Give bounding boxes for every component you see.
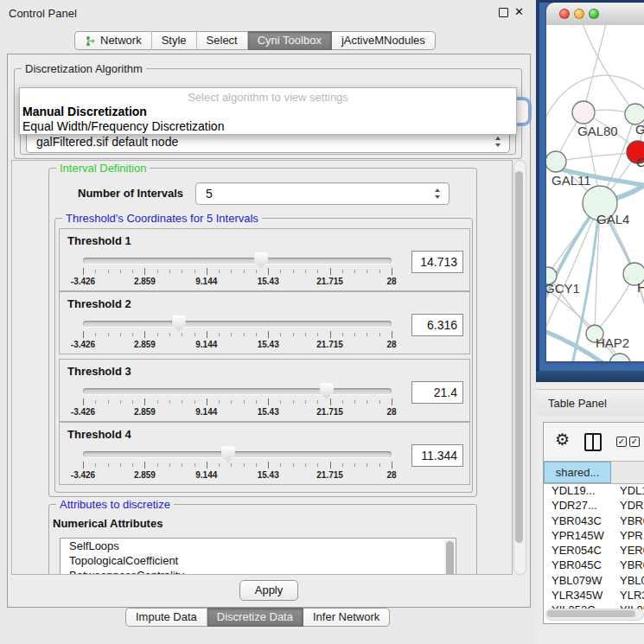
table-row[interactable]: YBL079WYBL07 (544, 573, 644, 588)
threshold-4-value-field[interactable] (411, 444, 463, 467)
threshold-4-panel: Threshold 4 -3.4262.8599.14415.4321.7152… (59, 422, 470, 485)
slider-minor-ticks (83, 400, 392, 404)
node-gal80 (572, 101, 595, 124)
attributes-group: Attributes to discretize Numerical Attri… (48, 504, 477, 575)
table-panel-titlebar: Table Panel (536, 389, 644, 416)
numerical-attributes-list[interactable]: SelfLoops TopologicalCoefficient Between… (60, 538, 456, 575)
control-panel: Control Panel ✕ Network Style Select Cyn… (0, 0, 536, 644)
table-row[interactable]: YDR27...YDR27 (544, 498, 644, 513)
slider-thumb[interactable] (254, 252, 268, 269)
slider-track[interactable] (83, 388, 392, 394)
discretization-algorithm-group-title: Discretization Algorithm (22, 62, 146, 75)
zoom-traffic-light-icon[interactable] (589, 9, 599, 19)
slider-track[interactable] (83, 451, 392, 457)
attributes-group-title: Attributes to discretize (56, 498, 174, 511)
interval-definition-group: Interval Definition Number of Intervals … (48, 168, 477, 497)
threshold-4-slider[interactable]: -3.4262.8599.14415.4321.71528 (83, 445, 392, 481)
table-row[interactable]: YBR045CYBR04 (544, 558, 644, 572)
threshold-1-label: Threshold 1 (67, 234, 131, 247)
node-label-gal4: GAL4 (596, 212, 629, 226)
node-label-gcy1: GCY1 (546, 281, 580, 296)
apply-button[interactable]: Apply (239, 580, 298, 601)
list-item[interactable]: TopologicalCoefficient (61, 553, 456, 568)
node-label-hap2: HAP2 (596, 335, 629, 350)
tab-network-label: Network (100, 32, 142, 49)
close-icon[interactable]: ✕ (514, 5, 524, 18)
node-label-gal80: GAL80 (577, 124, 618, 138)
table-rows: YDL19...YDL19 YDR27...YDR27 YBR043CYBR04… (544, 483, 644, 609)
close-traffic-light-icon[interactable] (559, 9, 570, 19)
top-tab-bar: Network Style Select Cyni Toolbox jActiv… (74, 31, 436, 50)
numerical-attributes-label: Numerical Attributes (53, 517, 163, 530)
slider-thumb[interactable] (221, 446, 235, 462)
mode-tab-bar: Impute Data Discretize Data Infer Networ… (125, 608, 390, 627)
threshold-2-slider[interactable]: -3.4262.8599.14415.4321.71528 (83, 315, 392, 351)
node-table: ⚙ ✓ ✓ shared... na YDL19...YDL19 YDR27..… (543, 422, 644, 624)
number-of-intervals-label: Number of Intervals (78, 187, 183, 200)
table-data-combobox-value: galFiltered.sif default node (36, 135, 178, 149)
slider-thumb[interactable] (320, 383, 334, 399)
table-row[interactable]: YER054CYER05 (544, 543, 644, 558)
table-toolbar: ⚙ ✓ ✓ (544, 423, 644, 461)
dropdown-option-manual-discretization[interactable]: Manual Discretization (22, 105, 147, 118)
node-label-partial-c: C (636, 155, 644, 169)
threshold-1-value-field[interactable] (411, 251, 463, 273)
tab-select[interactable]: Select (197, 31, 248, 50)
network-window-titlebar[interactable] (546, 3, 644, 26)
node-partial-bottom (609, 354, 630, 361)
checkbox-icon[interactable]: ✓ (616, 437, 627, 447)
float-window-icon[interactable] (499, 8, 508, 17)
slider-minor-ticks (83, 463, 392, 467)
threshold-3-value-field[interactable] (411, 381, 463, 404)
tab-network[interactable]: Network (74, 31, 152, 50)
threshold-3-slider[interactable]: -3.4262.8599.14415.4321.71528 (83, 382, 392, 418)
slider-track[interactable] (83, 321, 392, 327)
slider-thumb[interactable] (172, 316, 186, 332)
control-panel-titlebar: Control Panel ✕ (0, 0, 536, 26)
tab-cyni-toolbox[interactable]: Cyni Toolbox (248, 31, 332, 50)
tab-style[interactable]: Style (152, 31, 197, 50)
table-panel: Table Panel ⚙ ✓ ✓ shared... na YDL19...Y… (536, 382, 644, 644)
algorithm-dropdown-popup: Select algorithm to view settings Manual… (19, 87, 517, 135)
slider-minor-ticks (83, 270, 392, 273)
threshold-1-panel: Threshold 1 -3.4262.8599.14415.4321.7152… (59, 228, 470, 291)
minimize-traffic-light-icon[interactable] (574, 9, 584, 19)
table-row[interactable]: YLR345WYLR34 (544, 588, 644, 603)
table-panel-title: Table Panel (548, 397, 607, 410)
column-header-shared-name[interactable]: shared... (544, 462, 611, 483)
combo-arrows-icon (435, 188, 441, 200)
slider-minor-ticks (83, 333, 392, 336)
tab-discretize-data[interactable]: Discretize Data (207, 608, 303, 627)
thresholds-group-title: Threshold's Coordinates for 5 Intervals (62, 212, 262, 225)
slider-track[interactable] (83, 258, 392, 264)
discretization-algorithm-group: Discretization Algorithm Select algorith… (14, 68, 522, 159)
node-label-partial-g: G (635, 122, 644, 137)
table-row[interactable]: YPR145WYPR14 (544, 528, 644, 543)
node-label-gal11: GAL11 (552, 173, 591, 188)
list-scrollbar[interactable] (444, 539, 455, 575)
column-header-name[interactable]: na (612, 462, 644, 483)
network-window[interactable]: GAL80 G C GAL11 GAL4 GCY1 H HAP2 (546, 3, 644, 361)
node-label-partial-h: H (637, 280, 644, 295)
tab-impute-data[interactable]: Impute Data (125, 608, 207, 627)
tab-infer-network[interactable]: Infer Network (303, 608, 390, 627)
threshold-1-slider[interactable]: -3.4262.8599.14415.4321.71528 (83, 252, 392, 288)
table-row[interactable]: YBR043CYBR04 (544, 513, 644, 528)
number-of-intervals-combobox[interactable]: 5 (195, 182, 450, 205)
settings-scrollbar[interactable] (513, 160, 526, 575)
list-item[interactable]: SelfLoops (61, 539, 456, 553)
table-row[interactable]: YDL19...YDL19 (544, 483, 644, 498)
split-panel-icon[interactable] (584, 433, 602, 451)
list-item[interactable]: BetweennessCentrality (61, 568, 456, 575)
threshold-4-label: Threshold 4 (67, 428, 131, 441)
network-canvas[interactable]: GAL80 G C GAL11 GAL4 GCY1 H HAP2 (546, 25, 644, 361)
threshold-3-label: Threshold 3 (67, 365, 131, 378)
dropdown-option-equal-width-frequency[interactable]: Equal Width/Frequency Discretization (22, 119, 224, 133)
combo-arrows-icon (495, 136, 501, 148)
table-horizontal-scrollbar[interactable] (545, 609, 644, 621)
settings-scroll-area: Interval Definition Number of Intervals … (11, 160, 513, 575)
threshold-2-value-field[interactable] (411, 314, 463, 336)
gear-icon[interactable]: ⚙ (555, 430, 570, 450)
checkbox-icon[interactable]: ✓ (629, 437, 640, 447)
tab-jactivemnodules[interactable]: jActiveMNodules (332, 31, 436, 50)
